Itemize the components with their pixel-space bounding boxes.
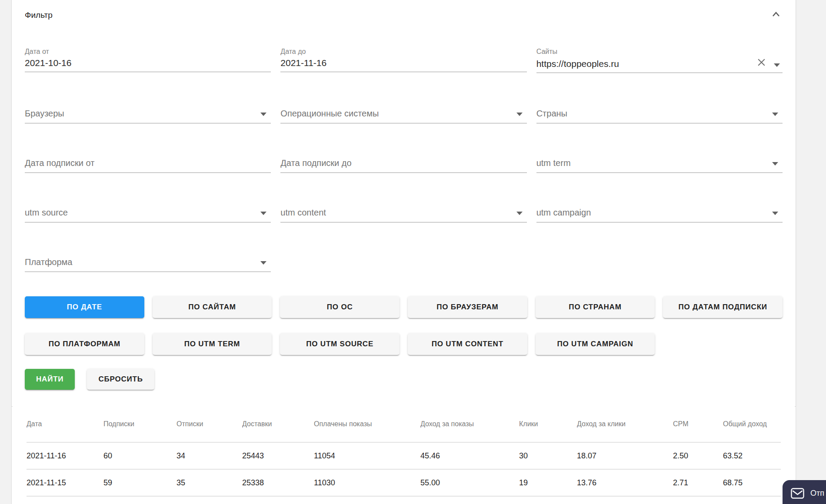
- date-to-label: Дата до: [280, 47, 526, 56]
- date-to-field: Дата до: [280, 47, 526, 73]
- caret-down-icon: [260, 212, 266, 215]
- cell-click-revenue: 13.76: [577, 469, 673, 496]
- filter-row-env: Браузеры Операционные системы Страны: [25, 108, 783, 123]
- utm-source-select[interactable]: utm source: [25, 207, 271, 222]
- caret-down-icon: [260, 261, 266, 265]
- col-header-clicks: Клики: [519, 406, 577, 442]
- col-header-deliveries: Доставки: [242, 406, 314, 442]
- cell-date: 2021-11-15: [27, 469, 103, 496]
- filter-panel: Фильтр Дата от Дата до Сайты: [12, 0, 796, 406]
- browsers-placeholder: Браузеры: [25, 108, 64, 119]
- tab-by-date[interactable]: ПО ДАТЕ: [25, 296, 144, 318]
- utm-content-placeholder: utm content: [280, 207, 326, 219]
- tab-by-countries[interactable]: ПО СТРАНАМ: [536, 296, 655, 318]
- cell-clicks: 19: [519, 469, 577, 496]
- cell-unsubscriptions: 35: [177, 469, 242, 496]
- caret-down-icon: [260, 113, 266, 116]
- col-header-unsubscriptions: Отписки: [177, 406, 242, 442]
- platform-placeholder: Платформа: [25, 256, 72, 268]
- date-from-field: Дата от: [25, 47, 271, 73]
- caret-down-icon: [516, 212, 523, 215]
- utm-campaign-placeholder: utm campaign: [536, 207, 591, 219]
- chevron-up-icon: [770, 9, 782, 20]
- tab-by-os[interactable]: ПО ОС: [280, 296, 400, 318]
- cell-date: 2021-11-16: [27, 442, 103, 469]
- filter-row-dates: Дата от Дата до Сайты: [25, 47, 783, 73]
- cell-click-revenue: 18.07: [577, 442, 673, 469]
- cell-unsubscriptions: 34: [177, 442, 242, 469]
- col-header-impression-revenue: Доход за показы: [420, 406, 519, 442]
- sites-clear-button[interactable]: [756, 57, 767, 68]
- reset-button[interactable]: СБРОСИТЬ: [87, 369, 154, 390]
- stats-table: Дата Подписки Отписки Доставки Оплачены …: [27, 406, 781, 497]
- sites-input[interactable]: [536, 58, 749, 70]
- cell-impression-revenue: 45.46: [420, 442, 519, 469]
- cell-deliveries: 25338: [242, 469, 314, 496]
- cell-paid-impressions: 11054: [314, 442, 420, 469]
- utm-term-placeholder: utm term: [536, 157, 571, 169]
- os-placeholder: Операционные системы: [280, 108, 379, 119]
- sites-caret-down-icon[interactable]: [774, 63, 780, 67]
- table-row[interactable]: 2021-11-15 59 35 25338 11030 55.00 19 13…: [27, 469, 781, 496]
- tab-by-sites[interactable]: ПО САЙТАМ: [153, 296, 272, 318]
- collapse-panel-button[interactable]: [769, 8, 783, 22]
- cell-impression-revenue: 55.00: [420, 469, 519, 496]
- cell-clicks: 30: [519, 442, 577, 469]
- sub-date-to-input[interactable]: Дата подписки до: [280, 157, 526, 173]
- filter-row-platform: Платформа: [25, 256, 783, 272]
- col-header-date: Дата: [27, 406, 103, 442]
- caret-down-icon: [516, 113, 523, 116]
- tab-by-utm-campaign[interactable]: ПО UTM CAMPAIGN: [536, 333, 655, 355]
- tab-by-utm-content[interactable]: ПО UTM CONTENT: [408, 333, 527, 355]
- cell-paid-impressions: 11030: [314, 469, 420, 496]
- table-header-row: Дата Подписки Отписки Доставки Оплачены …: [27, 406, 781, 442]
- cell-total-revenue: 68.75: [723, 469, 781, 496]
- sites-label: Сайты: [536, 47, 783, 56]
- cell-total-revenue: 63.52: [723, 442, 781, 469]
- filter-row-subscription: Дата подписки от Дата подписки до utm te…: [25, 157, 783, 173]
- cell-deliveries: 25443: [242, 442, 314, 469]
- tab-by-browsers[interactable]: ПО БРАУЗЕРАМ: [408, 296, 527, 318]
- os-select[interactable]: Операционные системы: [280, 108, 526, 123]
- col-header-cpm: CPM: [673, 406, 723, 442]
- cell-subscriptions: 59: [103, 469, 177, 496]
- cell-subscriptions: 60: [103, 442, 177, 469]
- col-header-paid-impressions: Оплачены показы: [314, 406, 420, 442]
- sub-date-from-input[interactable]: Дата подписки от: [25, 157, 271, 173]
- caret-down-icon: [772, 212, 778, 215]
- x-icon: [756, 57, 767, 68]
- stats-table-panel: Дата Подписки Отписки Доставки Оплачены …: [12, 406, 796, 504]
- utm-content-select[interactable]: utm content: [280, 207, 526, 222]
- tab-by-utm-term[interactable]: ПО UTM TERM: [153, 333, 272, 355]
- date-from-input[interactable]: [25, 57, 268, 69]
- caret-down-icon: [772, 113, 778, 116]
- chat-widget-button[interactable]: Отп: [783, 480, 826, 504]
- caret-down-icon: [772, 162, 778, 166]
- filter-title: Фильтр: [25, 10, 53, 21]
- search-button[interactable]: НАЙТИ: [25, 369, 75, 390]
- countries-select[interactable]: Страны: [536, 108, 783, 123]
- sub-date-from-placeholder: Дата подписки от: [25, 157, 94, 169]
- tab-by-platforms[interactable]: ПО ПЛАТФОРМАМ: [25, 333, 144, 355]
- tab-by-subscription-dates[interactable]: ПО ДАТАМ ПОДПИСКИ: [663, 296, 783, 318]
- col-header-total-revenue: Общий доход: [723, 406, 781, 442]
- utm-term-select[interactable]: utm term: [536, 157, 783, 173]
- date-to-input[interactable]: [280, 57, 524, 69]
- filter-row-utm: utm source utm content utm campaign: [25, 207, 783, 222]
- group-tabs-row-2: ПО ПЛАТФОРМАМ ПО UTM TERM ПО UTM SOURCE …: [25, 333, 783, 355]
- chat-widget-label: Отп: [810, 489, 824, 498]
- filter-header: Фильтр: [25, 0, 783, 22]
- countries-placeholder: Страны: [536, 108, 567, 119]
- platform-select[interactable]: Платформа: [25, 256, 271, 272]
- tab-by-utm-source[interactable]: ПО UTM SOURCE: [280, 333, 400, 355]
- col-header-click-revenue: Доход за клики: [577, 406, 673, 442]
- envelope-icon: [791, 488, 804, 499]
- utm-source-placeholder: utm source: [25, 207, 68, 219]
- utm-campaign-select[interactable]: utm campaign: [536, 207, 783, 222]
- browsers-select[interactable]: Браузеры: [25, 108, 271, 123]
- cell-cpm: 2.50: [673, 442, 723, 469]
- sub-date-to-placeholder: Дата подписки до: [280, 157, 351, 169]
- filter-actions: НАЙТИ СБРОСИТЬ: [25, 369, 783, 390]
- cell-cpm: 2.71: [673, 469, 723, 496]
- table-row[interactable]: 2021-11-16 60 34 25443 11054 45.46 30 18…: [27, 442, 781, 469]
